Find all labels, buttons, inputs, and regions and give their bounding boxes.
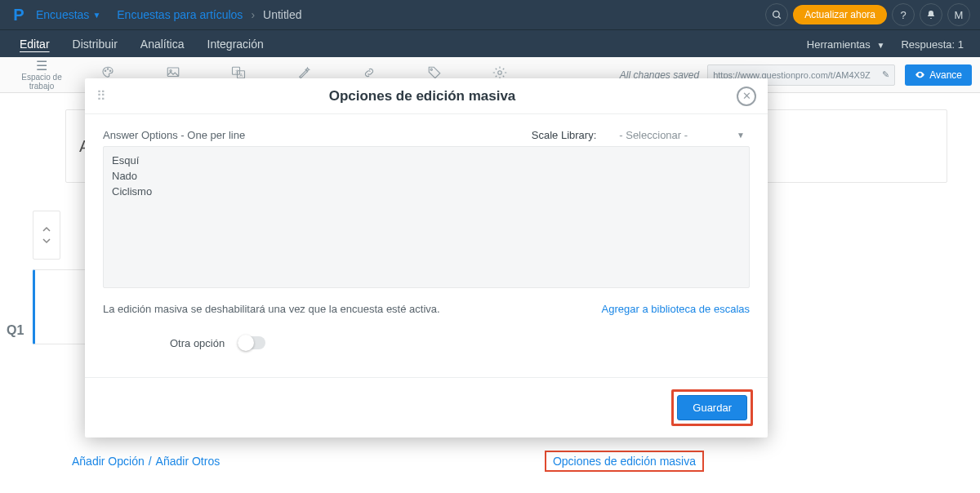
breadcrumb-product[interactable]: Encuestas▼ — [33, 8, 104, 21]
svg-text:A: A — [240, 73, 243, 78]
breadcrumb-survey[interactable]: Untitled — [260, 8, 305, 21]
other-option-toggle[interactable] — [238, 336, 265, 349]
tab-edit[interactable]: Editar — [8, 31, 61, 57]
disable-note: La edición masiva se deshabilitará una v… — [103, 303, 440, 315]
modal-header: ⠿ Opciones de edición masiva ✕ — [85, 78, 768, 114]
breadcrumb: Encuestas▼ Encuestas para artículos › Un… — [33, 8, 305, 21]
save-highlight: Guardar — [671, 389, 753, 426]
add-option-link[interactable]: Añadir Opción — [72, 455, 145, 468]
scale-library-label: Scale Library: — [532, 129, 596, 141]
modal-footer: Guardar — [85, 377, 768, 437]
eye-icon — [915, 69, 925, 80]
bulk-options-textarea[interactable] — [103, 146, 750, 288]
svg-text:文: 文 — [235, 69, 239, 73]
avatar[interactable]: M — [947, 3, 970, 26]
answer-options-label: Answer Options - One per line — [103, 129, 245, 141]
workspace-button[interactable]: ☰ Espacio de trabajo — [8, 59, 75, 91]
bulk-edit-link[interactable]: Opciones de edición masiva — [553, 455, 696, 468]
chevron-down-icon: ▼ — [92, 11, 100, 20]
tab-integration[interactable]: Integración — [196, 31, 275, 57]
help-icon[interactable]: ? — [892, 3, 915, 26]
tab-distribute[interactable]: Distribuir — [61, 31, 129, 57]
search-icon[interactable] — [765, 3, 788, 26]
collapse-toggle[interactable] — [33, 211, 60, 260]
tools-dropdown[interactable]: Herramientas ▼ — [799, 32, 893, 57]
response-count: Respuesta: 1 — [893, 32, 972, 57]
bulk-edit-highlight: Opciones de edición masiva — [545, 451, 704, 472]
chevron-right-icon: › — [246, 8, 260, 21]
pencil-icon[interactable]: ✎ — [882, 69, 889, 80]
other-option-label: Otra opción — [170, 337, 225, 349]
update-now-button[interactable]: Actualizar ahora — [793, 5, 887, 24]
option-actions: Añadir Opción / Añadir Otros Opciones de… — [72, 451, 704, 472]
save-button[interactable]: Guardar — [677, 395, 747, 420]
chevron-down-icon: ▼ — [737, 131, 745, 140]
chevron-down-icon: ▼ — [876, 41, 884, 50]
svg-point-4 — [109, 70, 111, 72]
close-icon[interactable]: ✕ — [737, 87, 756, 106]
scale-library-select[interactable]: - Seleccionar - ▼ — [619, 129, 750, 141]
breadcrumb-folder[interactable]: Encuestas para artículos — [114, 8, 246, 21]
svg-point-3 — [107, 69, 109, 70]
svg-point-11 — [430, 69, 432, 70]
question-number: Q1 — [7, 323, 24, 338]
top-bar: P Encuestas▼ Encuestas para artículos › … — [0, 0, 980, 29]
list-icon: ☰ — [8, 59, 75, 73]
svg-point-12 — [498, 71, 502, 75]
bulk-edit-modal: ⠿ Opciones de edición masiva ✕ Answer Op… — [85, 78, 768, 437]
drag-handle-icon[interactable]: ⠿ — [96, 88, 108, 104]
preview-button[interactable]: Avance — [905, 64, 972, 86]
svg-line-1 — [778, 16, 781, 19]
modal-title: Opciones de edición masiva — [108, 88, 737, 104]
brand-logo: P — [10, 6, 28, 24]
bell-icon[interactable] — [920, 3, 942, 26]
main-tabs: Editar Distribuir Analítica Integración … — [0, 29, 980, 57]
tab-analytics[interactable]: Analítica — [129, 31, 196, 57]
add-to-library-link[interactable]: Agregar a biblioteca de escalas — [602, 303, 750, 315]
svg-point-0 — [773, 11, 779, 17]
svg-point-2 — [105, 70, 106, 72]
add-other-link[interactable]: Añadir Otros — [156, 455, 220, 468]
